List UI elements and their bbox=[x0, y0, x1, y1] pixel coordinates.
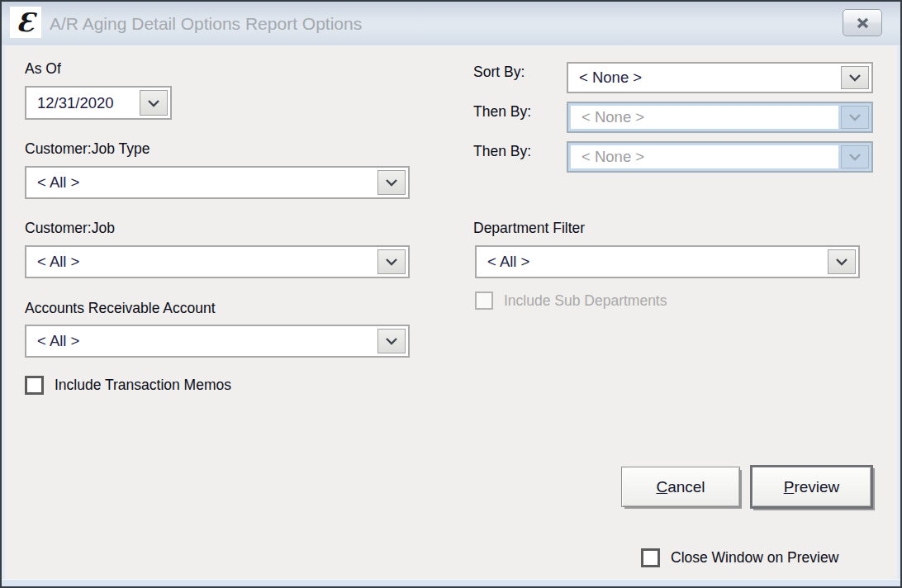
as-of-combobox[interactable]: 12/31/2020 bbox=[25, 86, 172, 120]
then-by-2-combobox: < None > bbox=[567, 141, 873, 173]
then-by-2-value: < None > bbox=[571, 145, 838, 168]
report-options-dialog: Ɛ A/R Aging Detail Options Report Option… bbox=[0, 0, 902, 588]
cancel-button-label: Cancel bbox=[656, 478, 705, 496]
close-button[interactable] bbox=[843, 9, 882, 36]
customer-job-type-label: Customer:Job Type bbox=[25, 140, 150, 158]
as-of-value: 12/31/2020 bbox=[26, 88, 135, 118]
then-by-1-combobox: < None > bbox=[567, 102, 873, 133]
then-by-2-dropdown-button bbox=[841, 145, 869, 168]
department-filter-dropdown-button[interactable] bbox=[828, 249, 856, 274]
customer-job-type-dropdown-button[interactable] bbox=[377, 170, 406, 195]
title-bar[interactable]: Ɛ A/R Aging Detail Options Report Option… bbox=[2, 2, 900, 46]
app-icon: Ɛ bbox=[10, 7, 41, 38]
chevron-down-icon bbox=[835, 258, 848, 266]
window-title: A/R Aging Detail Options Report Options bbox=[50, 2, 362, 45]
customer-job-type-value: < All > bbox=[26, 168, 373, 197]
sort-by-label: Sort By: bbox=[473, 64, 525, 81]
cancel-button[interactable]: Cancel bbox=[621, 467, 740, 507]
sort-by-combobox[interactable]: < None > bbox=[567, 62, 873, 93]
chevron-down-icon bbox=[848, 113, 862, 121]
include-sub-departments-checkbox bbox=[475, 292, 493, 310]
customer-job-label: Customer:Job bbox=[25, 220, 115, 237]
include-transaction-memos-checkbox[interactable] bbox=[25, 376, 44, 395]
chevron-down-icon bbox=[385, 258, 398, 266]
customer-job-combobox[interactable]: < All > bbox=[25, 245, 410, 278]
close-window-on-preview-checkbox[interactable] bbox=[641, 548, 660, 567]
then-by-1-dropdown-button bbox=[841, 106, 869, 129]
include-transaction-memos-row: Include Transaction Memos bbox=[25, 376, 231, 395]
include-transaction-memos-label: Include Transaction Memos bbox=[55, 377, 231, 394]
sort-by-value: < None > bbox=[568, 64, 837, 92]
then-by-1-label: Then By: bbox=[473, 103, 531, 121]
then-by-1-value: < None > bbox=[571, 106, 838, 129]
preview-button[interactable]: Preview bbox=[750, 465, 873, 509]
close-icon bbox=[857, 17, 869, 29]
preview-button-label: Preview bbox=[784, 478, 840, 496]
then-by-2-label: Then By: bbox=[473, 143, 531, 160]
include-sub-departments-label: Include Sub Departments bbox=[504, 292, 667, 310]
accounts-receivable-account-dropdown-button[interactable] bbox=[377, 329, 406, 353]
department-filter-combobox[interactable]: < All > bbox=[475, 245, 860, 278]
customer-job-dropdown-button[interactable] bbox=[377, 249, 406, 274]
department-filter-label: Department Filter bbox=[473, 220, 585, 237]
app-icon-glyph: Ɛ bbox=[17, 10, 35, 36]
chevron-down-icon bbox=[848, 74, 862, 82]
chevron-down-icon bbox=[385, 337, 398, 345]
department-filter-value: < All > bbox=[477, 247, 824, 277]
customer-job-type-combobox[interactable]: < All > bbox=[25, 166, 410, 199]
window-bottom-frame bbox=[2, 579, 900, 586]
as-of-dropdown-button[interactable] bbox=[140, 90, 168, 116]
include-sub-departments-row: Include Sub Departments bbox=[475, 292, 667, 310]
sort-by-dropdown-button[interactable] bbox=[841, 66, 869, 89]
chevron-down-icon bbox=[848, 153, 862, 161]
chevron-down-icon bbox=[385, 178, 398, 187]
as-of-label: As Of bbox=[25, 60, 61, 78]
chevron-down-icon bbox=[147, 99, 160, 107]
accounts-receivable-account-combobox[interactable]: < All > bbox=[25, 325, 410, 358]
customer-job-value: < All > bbox=[26, 247, 373, 277]
accounts-receivable-account-label: Accounts Receivable Account bbox=[25, 300, 216, 317]
accounts-receivable-account-value: < All > bbox=[26, 326, 373, 356]
close-window-on-preview-row: Close Window on Preview bbox=[641, 548, 838, 567]
close-window-on-preview-label: Close Window on Preview bbox=[671, 549, 838, 567]
